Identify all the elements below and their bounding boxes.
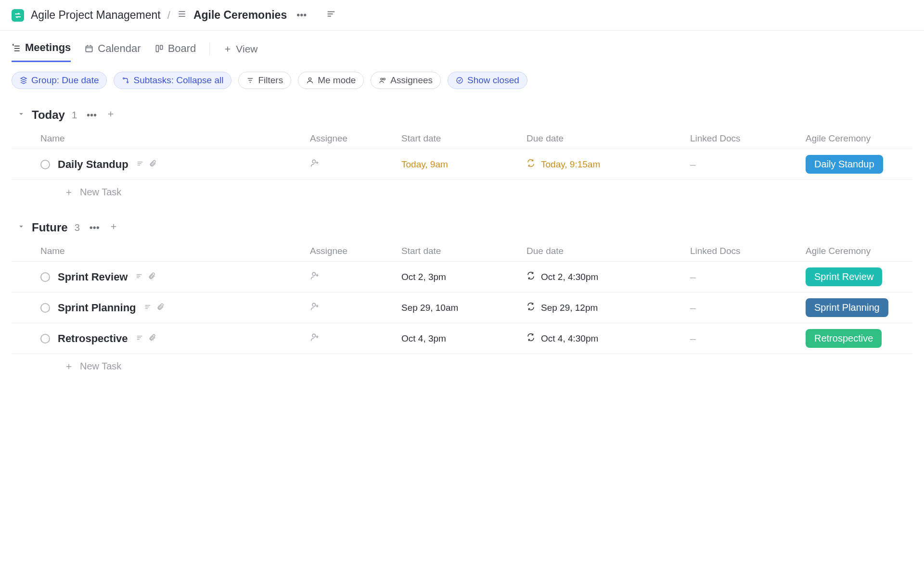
col-start: Start date	[401, 133, 526, 144]
recurring-icon	[526, 271, 535, 282]
chip-subtasks[interactable]: Subtasks: Collapse all	[114, 72, 231, 89]
group-add-button[interactable]	[109, 222, 118, 233]
assignee-add-button[interactable]	[310, 271, 401, 283]
status-circle[interactable]	[40, 334, 50, 343]
page-header: Agile Project Management / Agile Ceremon…	[0, 0, 924, 31]
group-today: Today 1 ••• Name Assignee Start date Due…	[0, 94, 924, 206]
layout-toggle-button[interactable]	[326, 9, 336, 22]
task-name[interactable]: Daily Standup	[58, 158, 128, 171]
new-task-label: New Task	[80, 187, 121, 198]
due-date[interactable]: Today, 9:15am	[526, 159, 690, 170]
svg-point-45	[312, 303, 316, 306]
new-task-button[interactable]: New Task	[12, 354, 912, 379]
linked-docs[interactable]: –	[690, 302, 806, 314]
svg-point-21	[381, 78, 383, 80]
description-icon[interactable]	[144, 303, 152, 313]
chip-group[interactable]: Group: Due date	[12, 72, 107, 89]
col-ceremony: Agile Ceremony	[806, 246, 924, 256]
breadcrumb-space[interactable]: Agile Project Management	[31, 9, 161, 22]
tab-meetings[interactable]: Meetings	[12, 36, 71, 62]
col-start: Start date	[401, 246, 526, 256]
chip-assignees[interactable]: Assignees	[371, 72, 441, 89]
group-future: Future 3 ••• Name Assignee Start date Du…	[0, 206, 924, 381]
ceremony-badge[interactable]: Daily Standup	[806, 155, 883, 174]
add-view-label: View	[236, 43, 257, 55]
table-header: Name Assignee Start date Due date Linked…	[12, 241, 912, 262]
space-icon	[12, 9, 24, 22]
svg-rect-9	[86, 46, 92, 52]
due-date[interactable]: Oct 4, 4:30pm	[526, 333, 690, 344]
col-ceremony: Agile Ceremony	[806, 133, 924, 144]
chip-show-closed[interactable]: Show closed	[448, 72, 527, 89]
task-row[interactable]: Sprint Review Oct 2, 3pm Oct 2, 4:30pm –…	[12, 262, 912, 292]
tab-calendar[interactable]: Calendar	[84, 37, 141, 62]
chip-label: Filters	[258, 75, 283, 86]
recurring-icon	[526, 333, 535, 344]
attachment-icon[interactable]	[149, 159, 156, 170]
new-task-button[interactable]: New Task	[12, 180, 912, 204]
due-date[interactable]: Oct 2, 4:30pm	[526, 271, 690, 282]
collapse-toggle[interactable]	[17, 110, 25, 120]
task-row[interactable]: Retrospective Oct 4, 3pm Oct 4, 4:30pm –…	[12, 323, 912, 354]
due-date[interactable]: Sep 29, 12pm	[526, 302, 690, 313]
start-date[interactable]: Today, 9am	[401, 159, 526, 170]
chip-label: Assignees	[390, 75, 433, 86]
ceremony-badge[interactable]: Sprint Planning	[806, 298, 888, 317]
list-icon	[177, 9, 187, 22]
start-date[interactable]: Oct 4, 3pm	[401, 333, 526, 344]
attachment-icon[interactable]	[156, 303, 164, 313]
group-add-button[interactable]	[106, 110, 115, 121]
chip-label: Group: Due date	[31, 75, 99, 86]
chip-filters[interactable]: Filters	[238, 72, 291, 89]
chip-label: Me mode	[318, 75, 356, 86]
description-icon[interactable]	[135, 272, 143, 282]
col-linked: Linked Docs	[690, 133, 806, 144]
assignee-add-button[interactable]	[310, 158, 401, 170]
linked-docs[interactable]: –	[690, 271, 806, 283]
group-more-button[interactable]: •••	[87, 221, 103, 234]
filter-chips: Group: Due date Subtasks: Collapse all F…	[0, 62, 924, 94]
group-count: 1	[72, 110, 77, 121]
task-name[interactable]: Sprint Planning	[58, 302, 136, 314]
ceremony-badge[interactable]: Sprint Review	[806, 267, 882, 286]
col-due: Due date	[526, 246, 690, 256]
more-menu-button[interactable]: •••	[294, 9, 309, 22]
assignee-add-button[interactable]	[310, 302, 401, 314]
svg-point-39	[312, 272, 316, 276]
attachment-icon[interactable]	[148, 272, 155, 282]
task-name[interactable]: Sprint Review	[58, 271, 128, 283]
linked-docs[interactable]: –	[690, 159, 806, 170]
status-circle[interactable]	[40, 303, 50, 313]
svg-rect-11	[156, 45, 158, 51]
svg-point-29	[312, 160, 316, 163]
ceremony-badge[interactable]: Retrospective	[806, 329, 882, 348]
svg-rect-12	[160, 45, 162, 49]
add-view-button[interactable]: View	[223, 43, 257, 55]
tab-label: Board	[168, 42, 196, 55]
attachment-icon[interactable]	[148, 333, 156, 344]
svg-point-16	[127, 82, 128, 83]
start-date[interactable]: Oct 2, 3pm	[401, 272, 526, 282]
tab-board[interactable]: Board	[154, 37, 196, 62]
task-name[interactable]: Retrospective	[58, 332, 128, 345]
collapse-toggle[interactable]	[17, 222, 25, 233]
chip-label: Show closed	[467, 75, 519, 86]
task-row[interactable]: Daily Standup Today, 9am Today, 9:15am –…	[12, 149, 912, 180]
status-circle[interactable]	[40, 160, 50, 169]
assignee-add-button[interactable]	[310, 332, 401, 344]
svg-point-15	[123, 78, 125, 79]
group-count: 3	[75, 222, 80, 233]
breadcrumb-current[interactable]: Agile Ceremonies	[193, 9, 287, 22]
linked-docs[interactable]: –	[690, 333, 806, 344]
description-icon[interactable]	[136, 159, 144, 170]
description-icon[interactable]	[136, 333, 143, 344]
chip-me-mode[interactable]: Me mode	[298, 72, 364, 89]
col-assignee: Assignee	[310, 246, 401, 256]
group-more-button[interactable]: •••	[84, 109, 100, 122]
new-task-label: New Task	[80, 361, 121, 372]
tab-separator	[209, 42, 210, 56]
start-date[interactable]: Sep 29, 10am	[401, 303, 526, 313]
recurring-icon	[526, 302, 535, 313]
status-circle[interactable]	[40, 272, 50, 282]
task-row[interactable]: Sprint Planning Sep 29, 10am Sep 29, 12p…	[12, 292, 912, 323]
